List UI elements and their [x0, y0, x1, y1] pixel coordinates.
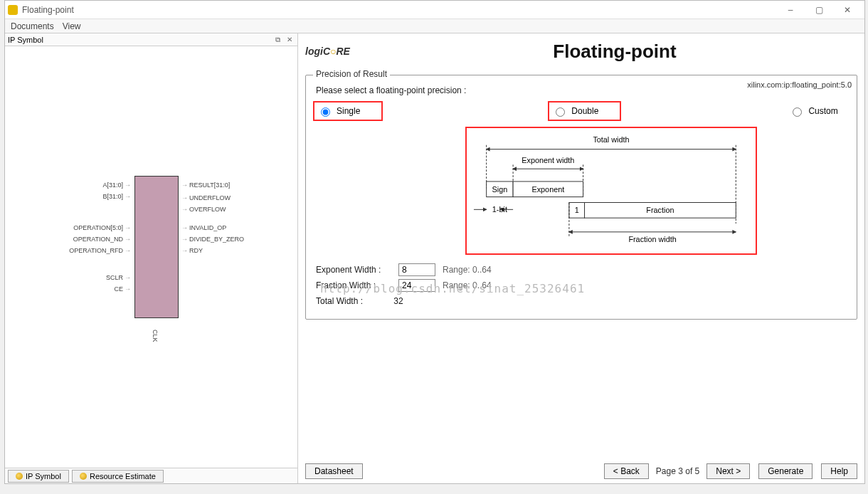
- radio-single[interactable]: Single: [316, 104, 380, 118]
- panel-close-button[interactable]: ✕: [285, 36, 295, 43]
- port-operation-rfd: OPERATION_RFD→: [69, 247, 132, 254]
- label-one: 1: [575, 206, 579, 214]
- datasheet-button[interactable]: Datasheet: [305, 463, 363, 479]
- port-underflow: →UNDERFLOW: [180, 194, 231, 201]
- port-sclr: SCLR→: [106, 274, 132, 281]
- app-icon: [8, 5, 18, 15]
- port-result: →RESULT[31:0]: [180, 182, 230, 189]
- exponent-width-range: Range: 0..64: [443, 265, 492, 275]
- fraction-width-range: Range: 0..64: [443, 280, 492, 290]
- tab-resource-estimate[interactable]: Resource Estimate: [72, 470, 164, 483]
- ip-block: [134, 176, 179, 318]
- label-one-bit: 1-bit: [492, 205, 507, 214]
- radio-custom-input[interactable]: [793, 107, 802, 117]
- radio-double-input[interactable]: [556, 107, 565, 117]
- port-overflow: →OVERFLOW: [180, 206, 226, 213]
- panel-pin-button[interactable]: ⧉: [273, 36, 282, 43]
- port-a: A[31:0]→: [102, 182, 132, 189]
- exponent-width-label: Exponent Width :: [316, 265, 391, 275]
- radio-custom[interactable]: Custom: [789, 105, 837, 117]
- exponent-width-input[interactable]: [398, 263, 435, 276]
- tab-ip-symbol[interactable]: IP Symbol: [8, 470, 69, 483]
- label-fraction-width: Fraction width: [628, 235, 676, 243]
- port-operation: OPERATION[5:0]→: [73, 224, 132, 231]
- window-title: Floating-point: [22, 5, 776, 15]
- menubar: Documents View: [5, 19, 864, 33]
- close-button[interactable]: ✕: [833, 1, 862, 19]
- instruction-text: Please select a floating-point precision…: [316, 85, 847, 95]
- generate-button[interactable]: Generate: [758, 463, 813, 479]
- menu-documents[interactable]: Documents: [11, 21, 54, 31]
- left-tabs: IP Symbol Resource Estimate: [5, 468, 297, 483]
- port-ce: CE→: [114, 285, 132, 293]
- label-exponent: Exponent: [531, 185, 564, 194]
- label-exponent-width: Exponent width: [522, 156, 574, 164]
- port-rdy: →RDY: [180, 247, 203, 254]
- precision-radio-group: Single Double Custom: [316, 104, 847, 118]
- next-button[interactable]: Next >: [706, 463, 750, 479]
- port-clk: CLK: [152, 330, 159, 342]
- format-diagram: Total width Exponent width Sign Exponent…: [465, 127, 757, 255]
- maximize-button[interactable]: ▢: [805, 1, 833, 19]
- minimize-button[interactable]: –: [776, 1, 805, 19]
- menu-view[interactable]: View: [63, 21, 81, 31]
- titlebar: Floating-point – ▢ ✕: [5, 1, 864, 19]
- radio-single-input[interactable]: [321, 107, 330, 117]
- exponent-width-row: Exponent Width : Range: 0..64: [316, 263, 847, 276]
- bulb-icon: [16, 473, 23, 480]
- fraction-width-input[interactable]: [398, 279, 435, 292]
- ip-symbol-canvas: A[31:0]→ B[31:0]→ OPERATION[5:0]→ OPERAT…: [5, 46, 297, 468]
- port-b: B[31:0]→: [102, 193, 132, 200]
- fraction-width-row: Fraction Width : Range: 0..64: [316, 279, 847, 292]
- fraction-width-label: Fraction Width :: [316, 280, 391, 290]
- help-button[interactable]: Help: [821, 463, 857, 479]
- radio-double[interactable]: Double: [551, 104, 618, 118]
- right-panel: logiC○RE Floating-point xilinx.com:ip:fl…: [298, 33, 864, 483]
- precision-fieldset: Precision of Result Please select a floa…: [305, 75, 857, 320]
- total-width-value: 32: [393, 296, 403, 306]
- right-header: logiC○RE Floating-point: [305, 39, 857, 63]
- wizard-button-bar: Datasheet < Back Page 3 of 5 Next > Gene…: [305, 463, 857, 479]
- total-width-row: Total Width : 32: [316, 296, 847, 306]
- left-panel: IP Symbol ⧉ ✕ A[31:0]→ B[31:0]→ OPERATIO…: [5, 33, 298, 483]
- port-invalid-op: →INVALID_OP: [180, 224, 226, 231]
- main-window: Floating-point – ▢ ✕ Documents View IP S…: [4, 0, 865, 484]
- port-operation-nd: OPERATION_ND→: [73, 236, 132, 243]
- bulb-icon: [80, 473, 87, 480]
- page-indicator: Page 3 of 5: [656, 466, 699, 476]
- port-divide-by-zero: →DIVIDE_BY_ZERO: [180, 236, 244, 243]
- logicore-logo: logiC○RE: [305, 39, 358, 63]
- panel-header: IP Symbol ⧉ ✕: [5, 33, 297, 46]
- total-width-label: Total Width :: [316, 296, 391, 306]
- page-title: Floating-point: [372, 41, 857, 63]
- fieldset-legend: Precision of Result: [313, 69, 390, 79]
- back-button[interactable]: < Back: [604, 463, 649, 479]
- panel-title: IP Symbol: [8, 36, 43, 44]
- content-area: IP Symbol ⧉ ✕ A[31:0]→ B[31:0]→ OPERATIO…: [5, 33, 864, 483]
- label-fraction: Fraction: [646, 206, 674, 214]
- label-total-width: Total width: [593, 135, 629, 144]
- label-sign: Sign: [492, 185, 508, 194]
